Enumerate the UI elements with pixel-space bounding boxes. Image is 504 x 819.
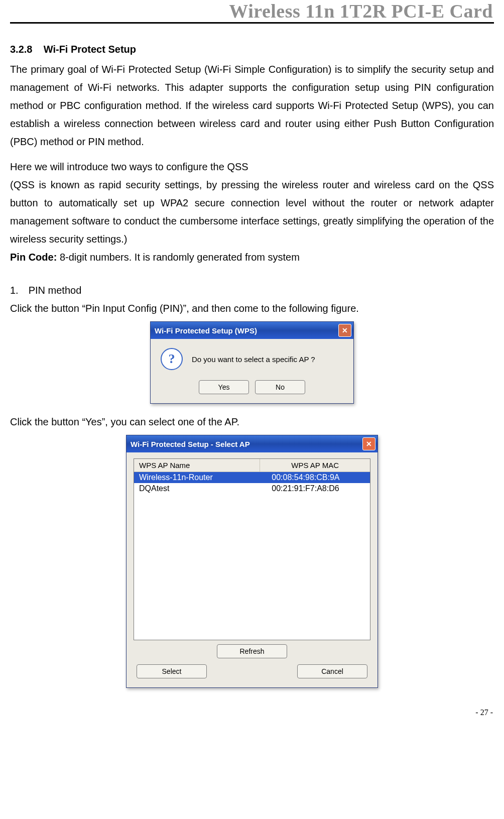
col-header-mac[interactable]: WPS AP MAC xyxy=(260,459,370,472)
dialog-titlebar: Wi-Fi Protected Setup - Select AP ✕ xyxy=(127,435,377,452)
yes-button[interactable]: Yes xyxy=(199,380,249,394)
doc-header: Wireless 11n 1T2R PCI-E Card xyxy=(10,0,494,24)
pin-code-label: Pin Code: xyxy=(10,252,57,263)
ap-listbox[interactable]: WPS AP Name WPS AP MAC Wireless-11n-Rout… xyxy=(134,458,370,640)
cell-ap-mac: 00:21:91:F7:A8:D6 xyxy=(260,483,370,494)
close-icon[interactable]: ✕ xyxy=(362,437,375,450)
dialog-title: Wi-Fi Protected Setup (WPS) xyxy=(155,326,338,335)
close-icon[interactable]: ✕ xyxy=(338,324,351,337)
wps-confirm-dialog: Wi-Fi Protected Setup (WPS) ✕ ? Do you w… xyxy=(150,321,354,404)
paragraph: The primary goal of Wi-Fi Protected Setu… xyxy=(10,60,494,151)
question-icon: ? xyxy=(161,348,183,370)
table-row[interactable]: DQAtest00:21:91:F7:A8:D6 xyxy=(134,483,370,494)
section-number: 3.2.8 xyxy=(10,44,32,55)
select-button[interactable]: Select xyxy=(137,664,207,678)
table-header: WPS AP Name WPS AP MAC xyxy=(134,459,370,472)
section-heading: 3.2.8 Wi-Fi Protect Setup xyxy=(10,44,494,55)
cell-ap-name: Wireless-11n-Router xyxy=(134,472,260,483)
dialog-title: Wi-Fi Protected Setup - Select AP xyxy=(131,440,362,448)
section-title: Wi-Fi Protect Setup xyxy=(44,44,136,55)
paragraph: Here we will introduce two ways to confi… xyxy=(10,158,494,176)
page-number: - 27 - xyxy=(10,708,494,717)
paragraph: Click the button “Pin Input Config (PIN)… xyxy=(10,299,494,317)
paragraph: (QSS is known as rapid security settings… xyxy=(10,176,494,248)
table-row[interactable]: Wireless-11n-Router00:08:54:98:CB:9A xyxy=(134,472,370,483)
wps-select-ap-dialog: Wi-Fi Protected Setup - Select AP ✕ WPS … xyxy=(126,435,378,688)
pin-code-text: 8-digit numbers. It is randomly generate… xyxy=(57,252,300,263)
list-item: 1. PIN method xyxy=(10,281,494,299)
paragraph: Click the button “Yes”, you can select o… xyxy=(10,413,494,431)
dialog-titlebar: Wi-Fi Protected Setup (WPS) ✕ xyxy=(151,322,353,339)
no-button[interactable]: No xyxy=(255,380,305,394)
cell-ap-mac: 00:08:54:98:CB:9A xyxy=(260,472,370,483)
paragraph: Pin Code: 8-digit numbers. It is randoml… xyxy=(10,248,494,266)
refresh-button[interactable]: Refresh xyxy=(217,644,287,658)
col-header-name[interactable]: WPS AP Name xyxy=(134,459,260,472)
cancel-button[interactable]: Cancel xyxy=(297,664,367,678)
cell-ap-name: DQAtest xyxy=(134,483,260,494)
dialog-message: Do you want to select a specific AP ? xyxy=(192,355,315,364)
